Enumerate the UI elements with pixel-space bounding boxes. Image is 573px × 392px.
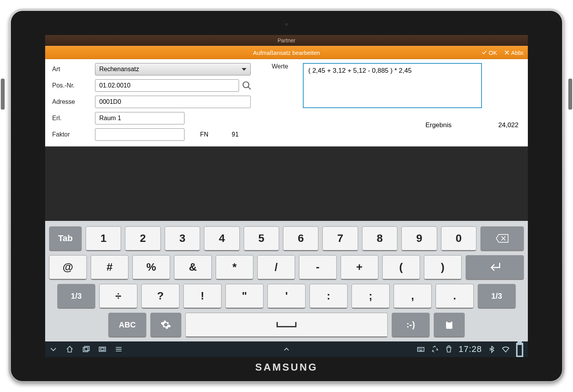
key-emoji[interactable]: :-) <box>392 313 430 338</box>
key-5[interactable]: 5 <box>244 226 279 251</box>
key-backspace[interactable] <box>480 226 524 251</box>
key-question[interactable]: ? <box>141 284 179 309</box>
ok-button[interactable]: OK <box>482 49 497 56</box>
chevron-down-icon <box>242 68 246 71</box>
key-tab[interactable]: Tab <box>49 226 82 251</box>
result-label: Ergebnis <box>425 121 452 129</box>
svg-rect-4 <box>84 346 89 351</box>
nav-screenshot-icon[interactable] <box>98 345 107 354</box>
backspace-icon <box>496 234 509 243</box>
nav-recent-icon[interactable] <box>82 345 90 354</box>
key-star[interactable]: * <box>216 255 253 280</box>
key-dquote[interactable]: " <box>225 284 264 309</box>
svg-rect-6 <box>100 348 104 350</box>
space-icon <box>275 320 298 329</box>
erl-label: Erl. <box>52 115 95 122</box>
key-slash[interactable]: / <box>257 255 295 280</box>
key-comma[interactable]: , <box>394 284 432 309</box>
nav-up-caret-icon[interactable] <box>282 345 291 354</box>
nav-down-icon[interactable] <box>49 345 58 354</box>
tablet-camera <box>282 20 291 29</box>
key-period[interactable]: . <box>436 284 474 309</box>
recycle-icon <box>431 345 439 354</box>
cancel-button[interactable]: Abbr. <box>504 49 525 56</box>
key-page-right[interactable]: 1/3 <box>478 284 516 309</box>
pos-label: Pos.-Nr. <box>52 82 95 89</box>
key-exclaim[interactable]: ! <box>183 284 221 309</box>
faktor-input[interactable] <box>95 128 185 141</box>
fn-label: FN <box>200 131 208 138</box>
werte-input[interactable]: ( 2,45 + 3,12 + 5,12 - 0,885 ) * 2,45 <box>303 63 482 108</box>
bluetooth-icon <box>487 345 496 354</box>
key-settings[interactable] <box>150 313 181 338</box>
key-attach[interactable] <box>434 313 465 338</box>
nav-menu-icon[interactable] <box>114 345 123 354</box>
svg-rect-1 <box>446 322 452 329</box>
faktor-label: Faktor <box>52 131 95 138</box>
close-icon <box>504 50 510 55</box>
dialog-header: Aufmaßansatz bearbeiten OK Abbr. <box>45 46 528 59</box>
key-lparen[interactable]: ( <box>382 255 420 280</box>
result-value: 24,022 <box>498 121 519 129</box>
key-semicolon[interactable]: ; <box>352 284 390 309</box>
key-9[interactable]: 9 <box>401 226 437 251</box>
search-icon[interactable] <box>241 80 252 91</box>
key-0[interactable]: 0 <box>441 226 476 251</box>
key-6[interactable]: 6 <box>283 226 318 251</box>
svg-rect-8 <box>517 343 523 356</box>
key-hash[interactable]: # <box>91 255 128 280</box>
wifi-icon <box>501 345 510 354</box>
key-page-left[interactable]: 1/3 <box>57 284 95 309</box>
erl-input[interactable] <box>95 112 185 124</box>
key-squote[interactable]: ' <box>267 284 306 309</box>
svg-point-0 <box>243 82 249 88</box>
key-rparen[interactable]: ) <box>424 255 462 280</box>
key-7[interactable]: 7 <box>322 226 358 251</box>
check-icon <box>482 50 487 55</box>
shop-icon <box>445 345 453 354</box>
key-minus[interactable]: - <box>299 255 337 280</box>
enter-icon <box>488 262 502 273</box>
key-2[interactable]: 2 <box>125 226 160 251</box>
fn-value: 91 <box>232 131 239 138</box>
gear-icon <box>160 319 171 330</box>
svg-rect-5 <box>99 347 106 352</box>
status-time: 17:28 <box>459 344 482 354</box>
art-value: Rechenansatz <box>99 66 139 73</box>
svg-rect-3 <box>83 347 88 352</box>
nav-home-icon[interactable] <box>65 345 74 354</box>
battery-icon <box>515 345 524 354</box>
key-enter[interactable] <box>466 255 524 280</box>
android-navbar: 17:28 <box>45 341 528 357</box>
key-3[interactable]: 3 <box>165 226 200 251</box>
adresse-label: Adresse <box>52 98 95 105</box>
key-plus[interactable]: + <box>341 255 378 280</box>
key-abc[interactable]: ABC <box>108 313 146 338</box>
adresse-input[interactable] <box>95 96 251 108</box>
tablet-brand: SAMSUNG <box>255 361 318 373</box>
app-title: Partner <box>278 37 295 44</box>
clipboard-icon <box>444 319 455 330</box>
background-gap <box>45 147 528 221</box>
key-8[interactable]: 8 <box>362 226 397 251</box>
key-4[interactable]: 4 <box>204 226 239 251</box>
app-title-bar: Partner <box>45 35 528 46</box>
on-screen-keyboard: Tab 1 2 3 4 5 6 7 8 9 0 @ # <box>45 221 528 341</box>
key-at[interactable]: @ <box>49 255 87 280</box>
tablet-screen: Partner Aufmaßansatz bearbeiten OK Abbr. <box>45 35 528 357</box>
key-space[interactable] <box>185 313 388 338</box>
pos-input[interactable] <box>95 79 239 92</box>
key-amp[interactable]: & <box>174 255 212 280</box>
key-percent[interactable]: % <box>132 255 170 280</box>
svg-rect-2 <box>447 320 451 322</box>
key-1[interactable]: 1 <box>86 226 121 251</box>
art-label: Art <box>52 66 95 73</box>
key-divide[interactable]: ÷ <box>99 284 137 309</box>
keyboard-indicator-icon <box>417 345 425 354</box>
key-colon[interactable]: : <box>309 284 348 309</box>
form-area: Art Rechenansatz Pos.-Nr. <box>45 59 528 147</box>
dialog-title: Aufmaßansatz bearbeiten <box>253 49 320 56</box>
werte-label: Werte <box>272 63 303 70</box>
art-dropdown[interactable]: Rechenansatz <box>95 63 251 75</box>
